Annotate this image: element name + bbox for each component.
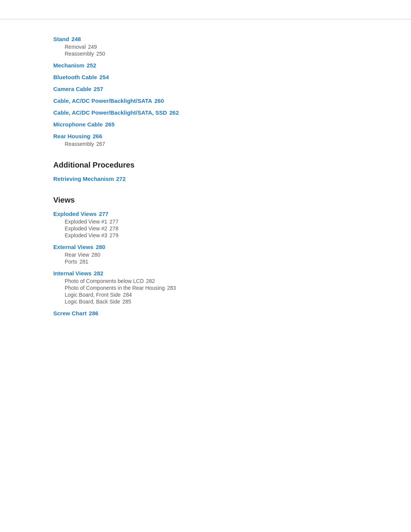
- camera-cable-page: 257: [94, 86, 103, 92]
- camera-cable-label: Camera Cable: [53, 86, 91, 92]
- logic-board-back-page: 285: [123, 299, 131, 305]
- bluetooth-cable-label: Bluetooth Cable: [53, 74, 97, 80]
- screw-chart-page: 286: [89, 310, 99, 316]
- logic-board-front-label: Logic Board, Front Side: [65, 292, 121, 298]
- external-views-page: 280: [96, 244, 105, 250]
- exploded-view-1-page: 277: [110, 219, 118, 225]
- screw-chart-label: Screw Chart: [53, 310, 87, 316]
- components-below-lcd-page: 282: [146, 278, 155, 284]
- stand-reassembly-entry[interactable]: Reassembly250: [65, 51, 358, 57]
- cable-acdc-ssd-entry[interactable]: Cable, AC/DC Power/Backlight/SATA, SSD26…: [53, 109, 358, 116]
- bluetooth-cable-entry[interactable]: Bluetooth Cable254: [53, 74, 358, 80]
- retrieving-mechanism-group: Retrieving Mechanism272: [53, 176, 358, 182]
- logic-board-back-label: Logic Board, Back Side: [65, 299, 120, 305]
- views-heading: Views: [53, 196, 358, 204]
- stand-removal-page: 249: [88, 44, 97, 50]
- stand-entry[interactable]: Stand248: [53, 36, 358, 42]
- stand-label: Stand: [53, 36, 69, 42]
- ports-page: 281: [80, 259, 88, 265]
- exploded-views-label: Exploded Views: [53, 211, 97, 217]
- ports-entry[interactable]: Ports281: [65, 259, 358, 265]
- stand-page: 248: [72, 36, 81, 42]
- rear-housing-group: Rear Housing266 Reassembly267: [53, 133, 358, 147]
- mechanism-entry[interactable]: Mechanism252: [53, 62, 358, 69]
- stand-reassembly-page: 250: [96, 51, 105, 57]
- retrieving-mechanism-label: Retrieving Mechanism: [53, 176, 114, 182]
- cable-acdc-ssd-group: Cable, AC/DC Power/Backlight/SATA, SSD26…: [53, 109, 358, 116]
- camera-cable-group: Camera Cable257: [53, 86, 358, 92]
- exploded-view-2-entry[interactable]: Exploded View #2278: [65, 225, 358, 232]
- rear-housing-entry[interactable]: Rear Housing266: [53, 133, 358, 139]
- components-below-lcd-label: Photo of Components below LCD: [65, 278, 144, 284]
- rear-view-entry[interactable]: Rear View280: [65, 252, 358, 258]
- screw-chart-group: Screw Chart286: [53, 310, 358, 316]
- internal-views-label: Internal Views: [53, 270, 92, 276]
- components-rear-housing-label: Photo of Components in the Rear Housing: [65, 285, 165, 291]
- bluetooth-cable-group: Bluetooth Cable254: [53, 74, 358, 80]
- rear-view-label: Rear View: [65, 252, 89, 258]
- exploded-view-3-entry[interactable]: Exploded View #3279: [65, 232, 358, 238]
- internal-views-entry[interactable]: Internal Views282: [53, 270, 358, 276]
- mechanism-group: Mechanism252: [53, 62, 358, 69]
- components-rear-housing-entry[interactable]: Photo of Components in the Rear Housing2…: [65, 285, 358, 291]
- stand-removal-entry[interactable]: Removal249: [65, 44, 358, 50]
- external-views-group: External Views280 Rear View280 Ports281: [53, 244, 358, 265]
- cable-acdc-page: 260: [155, 97, 164, 104]
- top-border: [0, 19, 411, 19]
- retrieving-mechanism-page: 272: [116, 176, 126, 182]
- internal-views-page: 282: [94, 270, 104, 276]
- logic-board-back-entry[interactable]: Logic Board, Back Side285: [65, 299, 358, 305]
- cable-acdc-entry[interactable]: Cable, AC/DC Power/Backlight/SATA260: [53, 97, 358, 104]
- stand-reassembly-label: Reassembly: [65, 51, 94, 57]
- screw-chart-entry[interactable]: Screw Chart286: [53, 310, 358, 316]
- microphone-cable-group: Microphone Cable265: [53, 121, 358, 128]
- microphone-cable-label: Microphone Cable: [53, 121, 103, 128]
- ports-label: Ports: [65, 259, 77, 265]
- components-rear-housing-page: 283: [167, 285, 176, 291]
- microphone-cable-page: 265: [105, 121, 115, 128]
- rear-housing-reassembly-label: Reassembly: [65, 141, 94, 147]
- cable-acdc-group: Cable, AC/DC Power/Backlight/SATA260: [53, 97, 358, 104]
- external-views-label: External Views: [53, 244, 94, 250]
- rear-housing-reassembly-entry[interactable]: Reassembly267: [65, 141, 358, 147]
- additional-procedures-heading: Additional Procedures: [53, 161, 358, 169]
- exploded-view-2-label: Exploded View #2: [65, 225, 107, 232]
- exploded-view-2-page: 278: [110, 225, 118, 232]
- exploded-views-entry[interactable]: Exploded Views277: [53, 211, 358, 217]
- exploded-views-group: Exploded Views277 Exploded View #1277 Ex…: [53, 211, 358, 238]
- main-content: Stand248 Removal249 Reassembly250 Mechan…: [0, 0, 411, 342]
- mechanism-label: Mechanism: [53, 62, 84, 69]
- bluetooth-cable-page: 254: [99, 74, 109, 80]
- components-below-lcd-entry[interactable]: Photo of Components below LCD282: [65, 278, 358, 284]
- microphone-cable-entry[interactable]: Microphone Cable265: [53, 121, 358, 128]
- retrieving-mechanism-entry[interactable]: Retrieving Mechanism272: [53, 176, 358, 182]
- stand-group: Stand248 Removal249 Reassembly250: [53, 36, 358, 57]
- rear-view-page: 280: [91, 252, 100, 258]
- mechanism-page: 252: [87, 62, 96, 69]
- external-views-entry[interactable]: External Views280: [53, 244, 358, 250]
- logic-board-front-entry[interactable]: Logic Board, Front Side284: [65, 292, 358, 298]
- exploded-view-3-label: Exploded View #3: [65, 232, 107, 238]
- camera-cable-entry[interactable]: Camera Cable257: [53, 86, 358, 92]
- stand-removal-label: Removal: [65, 44, 86, 50]
- logic-board-front-page: 284: [123, 292, 132, 298]
- exploded-view-3-page: 279: [110, 232, 118, 238]
- rear-housing-label: Rear Housing: [53, 133, 91, 139]
- exploded-view-1-entry[interactable]: Exploded View #1277: [65, 219, 358, 225]
- rear-housing-reassembly-page: 267: [96, 141, 105, 147]
- cable-acdc-ssd-label: Cable, AC/DC Power/Backlight/SATA, SSD: [53, 109, 167, 116]
- exploded-view-1-label: Exploded View #1: [65, 219, 107, 225]
- internal-views-group: Internal Views282 Photo of Components be…: [53, 270, 358, 305]
- rear-housing-page: 266: [93, 133, 102, 139]
- cable-acdc-ssd-page: 262: [169, 109, 179, 116]
- cable-acdc-label: Cable, AC/DC Power/Backlight/SATA: [53, 97, 152, 104]
- exploded-views-page: 277: [99, 211, 108, 217]
